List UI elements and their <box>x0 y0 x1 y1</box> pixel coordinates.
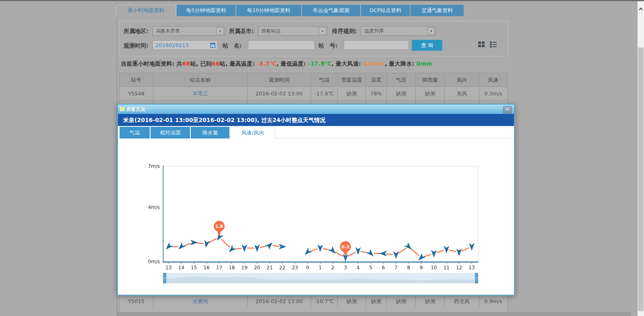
scrollbar-thumb[interactable] <box>638 48 644 311</box>
table-cell: Y5548 <box>120 87 153 101</box>
table-cell: 西北风 <box>445 295 479 308</box>
close-button[interactable]: ✕ <box>503 106 512 114</box>
table-cell: 缺测 <box>338 87 366 101</box>
station-id-input[interactable] <box>344 40 409 50</box>
module-tabbar: 逐小时地面资料每5分钟地面资料每10分钟地面资料冬运会气象观测DCP站点资料交通… <box>116 5 464 16</box>
column-header: 风速 <box>479 73 508 87</box>
svg-text:4: 4 <box>357 265 360 271</box>
summary-segment: , 最大降水: <box>385 60 416 67</box>
svg-text:21: 21 <box>266 265 272 271</box>
svg-text:9: 9 <box>420 265 423 271</box>
summary-segment: 当前逐小时地面资料: 共 <box>121 60 182 67</box>
obstime-input[interactable] <box>153 40 218 50</box>
station-link[interactable]: 羊毛工 <box>153 87 248 101</box>
column-header: 降雨量 <box>416 73 445 87</box>
datazoom-left-handle[interactable] <box>163 273 166 283</box>
column-header: 气温 <box>311 73 338 87</box>
dialog-body: 气温相对湿度降水量风速/风向 风速 0m/s4m/s7m/s1314151617… <box>118 126 514 295</box>
header-tab[interactable]: 冬运会气象观测 <box>302 5 360 16</box>
svg-text:2: 2 <box>331 265 334 271</box>
chart-datazoom-slider[interactable] <box>163 273 478 283</box>
dialog-header-title: 米泉(2016-02-01 13:00至2016-02-02 13:00), 过… <box>118 114 514 126</box>
svg-text:16: 16 <box>203 265 209 271</box>
svg-text:12: 12 <box>456 265 462 271</box>
table-cell: -10.7℃ <box>311 295 338 308</box>
svg-text:11: 11 <box>444 265 450 271</box>
svg-text:4m/s: 4m/s <box>148 204 160 210</box>
column-header: 雪面温度 <box>338 73 366 87</box>
svg-text:19: 19 <box>242 265 248 271</box>
region-label: 所属地区: <box>124 28 149 35</box>
grid-view-icon[interactable] <box>478 41 485 48</box>
search-button[interactable]: 查 询 <box>412 40 442 51</box>
svg-text:7: 7 <box>394 265 398 271</box>
svg-text:0.3: 0.3 <box>342 244 350 250</box>
svg-text:14: 14 <box>178 265 184 271</box>
table-cell: 2016-02-02 13:00 <box>248 295 311 308</box>
obstime-label: 观测时间: <box>124 42 149 50</box>
dialog-tab[interactable]: 降水量 <box>191 127 229 138</box>
datazoom-preview <box>163 273 478 283</box>
dialog-tab[interactable]: 气温 <box>120 127 150 138</box>
table-cell: 缺测 <box>387 87 416 101</box>
table-cell: 缺测 <box>416 295 445 308</box>
scroll-up-icon[interactable] <box>638 6 644 12</box>
list-view-icon[interactable] <box>490 41 497 48</box>
station-name-input[interactable] <box>248 40 315 50</box>
table-cell: Y5015 <box>120 295 153 308</box>
summary-segment: , 最大风速: <box>332 60 363 67</box>
page-top-border <box>0 0 644 1</box>
sort-select-value: 温度升序 <box>364 27 384 35</box>
view-toggle <box>478 41 497 48</box>
svg-text:0: 0 <box>306 265 309 271</box>
summary-segment: 4.3m/s <box>363 60 385 67</box>
county-select[interactable]: 所有站点 ∨ <box>258 26 327 36</box>
chevron-down-icon: ∨ <box>427 27 435 35</box>
sort-label: 排序规则: <box>332 28 357 35</box>
header-tab[interactable]: DCP站点资料 <box>361 5 410 16</box>
header-tab[interactable]: 每5分钟地面资料 <box>177 5 235 16</box>
column-header: 气压 <box>387 73 416 87</box>
svg-text:20: 20 <box>254 265 260 271</box>
summary-segment: 68 <box>182 60 190 67</box>
svg-text:8: 8 <box>407 265 410 271</box>
table-cell: 0.3m/s <box>479 87 508 101</box>
svg-text:10: 10 <box>431 265 437 271</box>
page-scrollbar[interactable] <box>638 1 644 316</box>
dialog-tab[interactable]: 风速/风向 <box>230 127 275 139</box>
chevron-down-icon: ∨ <box>217 27 224 35</box>
page-bottom-strip <box>117 312 631 316</box>
table-cell: 缺测 <box>338 295 366 308</box>
view-page-dialog: 查看页面 ✕ 米泉(2016-02-01 13:00至2016-02-02 13… <box>117 104 515 295</box>
dialog-tab[interactable]: 相对湿度 <box>151 127 190 138</box>
svg-text:15: 15 <box>191 265 197 271</box>
summary-line: 当前逐小时地面资料: 共68站, 已到66站, 最高温度: -3.7℃, 最低温… <box>121 60 432 68</box>
table-cell: 缺测 <box>366 295 387 308</box>
dialog-titlebar[interactable]: 查看页面 ✕ <box>118 105 514 114</box>
summary-segment: 站, 已到 <box>190 60 212 67</box>
svg-text:5: 5 <box>369 265 372 271</box>
svg-text:1: 1 <box>319 265 322 271</box>
svg-text:3: 3 <box>344 265 347 271</box>
station-link[interactable]: 水磨沟 <box>153 295 248 308</box>
table-cell: 缺测 <box>387 295 416 308</box>
region-select[interactable]: 乌鲁木齐市 ∨ <box>153 26 225 36</box>
svg-text:6: 6 <box>382 265 385 271</box>
svg-text:23: 23 <box>292 265 298 271</box>
dialog-title: 查看页面 <box>126 106 145 113</box>
svg-text:18: 18 <box>229 265 235 271</box>
summary-segment: -17.9℃ <box>308 60 332 67</box>
header-tab[interactable]: 每10分钟地面资料 <box>236 5 301 16</box>
column-header: 观测时间 <box>248 73 311 87</box>
datazoom-right-handle[interactable] <box>475 273 478 283</box>
filter-panel: 所属地区: 乌鲁木齐市 ∨ 所属县市: 所有站点 ∨ 排序规则: 温度升序 ∨ … <box>119 21 508 56</box>
sort-select[interactable]: 温度升序 ∨ <box>361 26 436 36</box>
summary-segment: 66 <box>212 60 220 67</box>
table-cell: 东风 <box>445 87 479 101</box>
region-select-value: 乌鲁木齐市 <box>156 27 180 35</box>
header-tab[interactable]: 逐小时地面资料 <box>116 5 176 17</box>
svg-text:7m/s: 7m/s <box>148 163 160 169</box>
column-header: 风向 <box>445 73 479 87</box>
station-id-label: 站 号: <box>318 42 338 50</box>
header-tab[interactable]: 交通气象资料 <box>411 5 464 16</box>
